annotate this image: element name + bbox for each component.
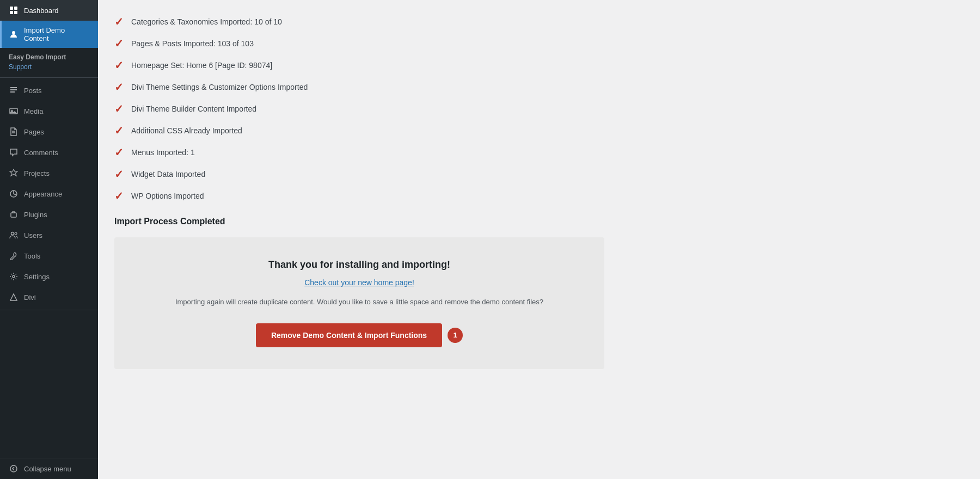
check-icon-widget-data: ✓ xyxy=(114,169,124,180)
svg-point-12 xyxy=(15,232,17,235)
pages-icon xyxy=(9,127,19,137)
sidebar-item-pages-label: Pages xyxy=(24,128,44,136)
sidebar-item-pages[interactable]: Pages xyxy=(0,121,98,142)
check-row-pages-posts: ✓ Pages & Posts Imported: 103 of 103 xyxy=(114,33,964,54)
sidebar-item-projects[interactable]: Projects xyxy=(0,163,98,183)
svg-rect-2 xyxy=(10,11,13,14)
check-text-divi-settings: Divi Theme Settings & Customizer Options… xyxy=(131,83,308,91)
divi-icon xyxy=(9,292,19,302)
support-link[interactable]: Support xyxy=(0,62,98,75)
thank-you-box: Thank you for installing and importing! … xyxy=(114,237,604,369)
sidebar-item-plugins-label: Plugins xyxy=(24,211,47,219)
sidebar-item-comments-label: Comments xyxy=(24,149,58,157)
remove-demo-button[interactable]: Remove Demo Content & Import Functions xyxy=(256,323,442,347)
check-text-homepage: Homepage Set: Home 6 [Page ID: 98074] xyxy=(131,61,272,70)
check-text-categories: Categories & Taxonomies Imported: 10 of … xyxy=(131,17,282,26)
check-list: ✓ Categories & Taxonomies Imported: 10 o… xyxy=(114,11,964,207)
main-content: ✓ Categories & Taxonomies Imported: 10 o… xyxy=(98,0,980,479)
sidebar-collapse-label: Collapse menu xyxy=(24,465,71,473)
sidebar-item-media-label: Media xyxy=(24,107,43,115)
check-text-wp-options: WP Options Imported xyxy=(131,192,204,200)
check-row-categories: ✓ Categories & Taxonomies Imported: 10 o… xyxy=(114,11,964,33)
svg-rect-1 xyxy=(14,7,17,10)
sidebar-item-media[interactable]: Media xyxy=(0,101,98,121)
sidebar-item-appearance[interactable]: Appearance xyxy=(0,183,98,204)
thank-you-description: Importing again will create duplicate co… xyxy=(131,297,588,308)
check-text-widget-data: Widget Data Imported xyxy=(131,170,205,179)
check-text-additional-css: Additional CSS Already Imported xyxy=(131,126,242,135)
sidebar-item-posts[interactable]: Posts xyxy=(0,80,98,101)
svg-point-13 xyxy=(13,275,15,278)
check-icon-homepage: ✓ xyxy=(114,60,124,71)
projects-icon xyxy=(9,168,19,178)
dashboard-icon xyxy=(9,5,19,15)
sidebar-item-projects-label: Projects xyxy=(24,169,50,177)
sidebar-divider-2 xyxy=(0,310,98,310)
check-row-menus: ✓ Menus Imported: 1 xyxy=(114,142,964,163)
check-text-divi-builder: Divi Theme Builder Content Imported xyxy=(131,105,256,113)
remove-btn-wrapper: Remove Demo Content & Import Functions 1 xyxy=(131,323,588,347)
check-text-pages-posts: Pages & Posts Imported: 103 of 103 xyxy=(131,39,254,48)
check-icon-menus: ✓ xyxy=(114,147,124,158)
sidebar-item-appearance-label: Appearance xyxy=(24,190,62,198)
thank-you-title: Thank you for installing and importing! xyxy=(131,259,588,271)
sidebar-item-divi-label: Divi xyxy=(24,293,36,302)
sidebar-item-users[interactable]: Users xyxy=(0,225,98,245)
sidebar-item-posts-label: Posts xyxy=(24,87,42,95)
sidebar-item-import-label: Import Demo Content xyxy=(24,26,89,42)
sidebar-collapse-menu[interactable]: Collapse menu xyxy=(0,458,98,479)
posts-icon xyxy=(9,85,19,95)
check-icon-pages-posts: ✓ xyxy=(114,38,124,49)
check-icon-categories: ✓ xyxy=(114,16,124,27)
sidebar-item-dashboard-label: Dashboard xyxy=(24,7,59,15)
sidebar-item-tools-label: Tools xyxy=(24,252,40,260)
sidebar: Dashboard Import Demo Content Easy Demo … xyxy=(0,0,98,479)
sidebar-item-dashboard[interactable]: Dashboard xyxy=(0,0,98,21)
import-demo-icon xyxy=(9,29,19,39)
easy-demo-import-label: Easy Demo Import xyxy=(0,48,98,62)
sidebar-item-comments[interactable]: Comments xyxy=(0,142,98,163)
check-row-divi-builder: ✓ Divi Theme Builder Content Imported xyxy=(114,98,964,120)
check-icon-divi-builder: ✓ xyxy=(114,103,124,114)
svg-rect-10 xyxy=(11,213,16,217)
check-row-widget-data: ✓ Widget Data Imported xyxy=(114,163,964,185)
check-icon-additional-css: ✓ xyxy=(114,125,124,136)
tools-icon xyxy=(9,251,19,261)
home-page-link[interactable]: Check out your new home page! xyxy=(131,278,588,287)
check-row-wp-options: ✓ WP Options Imported xyxy=(114,185,964,207)
svg-marker-14 xyxy=(10,294,17,300)
svg-point-15 xyxy=(10,465,17,472)
sidebar-divider-1 xyxy=(0,77,98,78)
badge-count: 1 xyxy=(448,328,463,343)
svg-point-4 xyxy=(12,31,15,34)
svg-rect-0 xyxy=(10,7,13,10)
check-icon-wp-options: ✓ xyxy=(114,191,124,201)
sidebar-item-tools[interactable]: Tools xyxy=(0,245,98,266)
comments-icon xyxy=(9,148,19,157)
svg-rect-3 xyxy=(14,11,17,14)
sidebar-item-settings-label: Settings xyxy=(24,273,50,281)
media-icon xyxy=(9,106,19,116)
check-text-menus: Menus Imported: 1 xyxy=(131,148,195,157)
check-row-additional-css: ✓ Additional CSS Already Imported xyxy=(114,120,964,142)
plugins-icon xyxy=(9,210,19,219)
check-row-homepage: ✓ Homepage Set: Home 6 [Page ID: 98074] xyxy=(114,54,964,76)
collapse-icon xyxy=(9,464,19,474)
check-row-divi-settings: ✓ Divi Theme Settings & Customizer Optio… xyxy=(114,76,964,98)
check-icon-divi-settings: ✓ xyxy=(114,82,124,93)
sidebar-item-import-demo-content[interactable]: Import Demo Content xyxy=(0,21,98,48)
sidebar-item-plugins[interactable]: Plugins xyxy=(0,204,98,225)
sidebar-item-settings[interactable]: Settings xyxy=(0,266,98,287)
import-completed-label: Import Process Completed xyxy=(114,217,964,226)
sidebar-item-divi[interactable]: Divi xyxy=(0,287,98,308)
svg-point-11 xyxy=(11,232,14,235)
sidebar-item-users-label: Users xyxy=(24,231,42,240)
users-icon xyxy=(9,230,19,240)
settings-icon xyxy=(9,272,19,281)
appearance-icon xyxy=(9,189,19,199)
